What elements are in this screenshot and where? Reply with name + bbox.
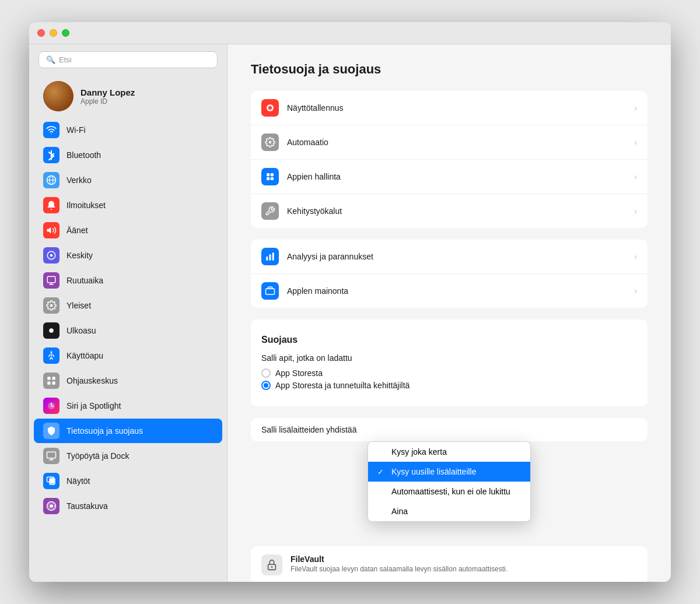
filevault-info: FileVault FileVault suojaa levyn datan s… bbox=[290, 554, 508, 575]
svg-point-5 bbox=[49, 328, 54, 333]
chevron-icon: › bbox=[634, 286, 637, 296]
close-button[interactable] bbox=[37, 29, 45, 37]
row-kehitystyokalut[interactable]: Kehitystyökalut › bbox=[251, 194, 648, 228]
radio-option-1[interactable]: App Storesta bbox=[261, 368, 637, 378]
sidebar-item-naytot[interactable]: Näytöt bbox=[34, 469, 222, 493]
focus-icon bbox=[43, 247, 60, 264]
sidebar-item-label: Ilmoitukset bbox=[66, 201, 106, 210]
row-label: Näyttötallennus bbox=[287, 103, 634, 113]
dropdown-item-label-3: Aina bbox=[391, 507, 408, 516]
user-profile[interactable]: Danny Lopez Apple ID bbox=[34, 75, 222, 117]
row-label: Automaatio bbox=[287, 138, 634, 147]
row-automaatio[interactable]: Automaatio › bbox=[251, 125, 648, 160]
sidebar-item-ulkoasu[interactable]: Ulkoasu bbox=[34, 318, 222, 343]
sidebar-item-verkko[interactable]: Verkko bbox=[34, 168, 222, 192]
main-content: Tietosuoja ja suojaus Näyttötallennus › … bbox=[228, 44, 671, 582]
row-appien-hallinta[interactable]: Appien hallinta › bbox=[251, 160, 648, 194]
content-area: 🔍 Etsi Danny Lopez Apple ID Wi-F bbox=[29, 44, 671, 582]
svg-point-20 bbox=[268, 106, 272, 110]
search-container: 🔍 Etsi bbox=[29, 44, 227, 75]
analyysi-icon bbox=[261, 248, 279, 265]
sidebar-item-label: Taustakuva bbox=[66, 501, 108, 511]
sidebar-item-ohjauskeskus[interactable]: Ohjauskeskus bbox=[34, 368, 222, 393]
bluetooth-icon bbox=[43, 147, 60, 163]
radio-circle-2[interactable] bbox=[261, 381, 271, 390]
control-icon bbox=[43, 373, 60, 389]
kehitystyokalut-icon bbox=[261, 202, 279, 220]
chevron-icon: › bbox=[634, 206, 637, 216]
dropdown-item-label-2: Automaattisesti, kun ei ole lukittu bbox=[391, 487, 510, 496]
appearance-icon bbox=[43, 322, 60, 339]
sidebar-item-label: Käyttöapu bbox=[66, 351, 103, 360]
radio-circle-1[interactable] bbox=[261, 368, 271, 378]
minimize-button[interactable] bbox=[50, 29, 57, 37]
row-analyysi[interactable]: Analyysi ja parannukset › bbox=[251, 240, 648, 274]
sidebar-item-ilmoitukset[interactable]: Ilmoitukset bbox=[34, 193, 222, 217]
settings-section-1: Näyttötallennus › Automaatio › Appien ha… bbox=[251, 91, 648, 228]
row-apple-mainonta[interactable]: Applen mainonta › bbox=[251, 274, 648, 308]
filevault-icon bbox=[261, 554, 282, 575]
svg-rect-23 bbox=[271, 173, 274, 176]
sidebar-item-tyopoyta[interactable]: Työpöytä ja Dock bbox=[34, 444, 222, 468]
row-nayttotallennus[interactable]: Näyttötallennus › bbox=[251, 91, 648, 125]
radio-text-2: App Storesta ja tunnetuilta kehittäjiltä bbox=[275, 381, 410, 390]
svg-point-30 bbox=[271, 566, 273, 568]
sidebar-item-yleiset[interactable]: Yleiset bbox=[34, 293, 222, 318]
dropdown-item-1[interactable]: ✓ Kysy uusille lisälaitteille bbox=[368, 462, 530, 482]
salli-lisalaitteet-row[interactable]: Salli lisälaitteiden yhdistää bbox=[251, 418, 648, 441]
sidebar-item-label: Näytöt bbox=[66, 476, 90, 486]
radio-text-1: App Storesta bbox=[275, 368, 323, 378]
user-subtitle: Apple ID bbox=[80, 97, 135, 106]
suojaus-title: Suojaus bbox=[261, 335, 637, 345]
sidebar-item-label: Ulkoasu bbox=[66, 326, 96, 335]
sidebar-item-wifi[interactable]: Wi-Fi bbox=[34, 118, 222, 142]
search-placeholder: Etsi bbox=[59, 55, 72, 64]
svg-rect-28 bbox=[272, 252, 274, 261]
page-title: Tietosuoja ja suojaus bbox=[251, 62, 648, 77]
svg-point-21 bbox=[269, 141, 272, 144]
row-label: Appien hallinta bbox=[287, 172, 634, 181]
sidebar-item-label: Siri ja Spotlight bbox=[66, 401, 121, 410]
chevron-icon: › bbox=[634, 172, 637, 181]
sidebar-item-label: Työpöytä ja Dock bbox=[66, 451, 129, 461]
sidebar-item-bluetooth[interactable]: Bluetooth bbox=[34, 143, 222, 167]
radio-group: App Storesta App Storesta ja tunnetuilta… bbox=[261, 368, 637, 390]
sidebar-item-siri[interactable]: Siri ja Spotlight bbox=[34, 394, 222, 418]
dropdown-item-3[interactable]: Aina bbox=[368, 501, 530, 521]
dropdown-item-0[interactable]: Kysy joka kerta bbox=[368, 442, 530, 462]
nayttotallennus-icon bbox=[261, 99, 279, 117]
svg-rect-9 bbox=[47, 382, 50, 385]
avatar bbox=[43, 81, 74, 111]
sidebar-item-ruutuaika[interactable]: Ruutuaika bbox=[34, 268, 222, 293]
svg-rect-25 bbox=[271, 177, 274, 180]
lisalaitteet-label: Salli lisälaitteiden yhdistää bbox=[261, 425, 356, 434]
network-icon bbox=[43, 172, 60, 188]
sidebar-item-label: Ohjauskeskus bbox=[66, 376, 118, 385]
chevron-icon: › bbox=[634, 252, 637, 261]
sidebar: 🔍 Etsi Danny Lopez Apple ID Wi-F bbox=[29, 44, 228, 582]
general-icon bbox=[43, 297, 60, 314]
checkmark-1: ✓ bbox=[377, 468, 387, 476]
sidebar-item-keskity[interactable]: Keskity bbox=[34, 243, 222, 268]
row-label: Kehitystyökalut bbox=[287, 206, 634, 216]
sidebar-item-label: Tietosuoja ja suojaus bbox=[66, 426, 143, 436]
search-box[interactable]: 🔍 Etsi bbox=[38, 51, 218, 68]
filevault-title: FileVault bbox=[290, 554, 508, 564]
dropdown-item-2[interactable]: Automaattisesti, kun ei ole lukittu bbox=[368, 482, 530, 501]
svg-point-17 bbox=[50, 504, 53, 508]
sidebar-item-taustakuva[interactable]: Taustakuva bbox=[34, 494, 222, 518]
suojaus-section: Suojaus Salli apit, jotka on ladattu App… bbox=[251, 319, 648, 406]
row-label: Analyysi ja parannukset bbox=[287, 252, 634, 261]
fullscreen-button[interactable] bbox=[62, 29, 69, 37]
main-window: 🔍 Etsi Danny Lopez Apple ID Wi-F bbox=[29, 22, 671, 582]
sidebar-item-tietosuoja[interactable]: Tietosuoja ja suojaus bbox=[34, 419, 222, 443]
displays-icon bbox=[43, 473, 60, 489]
sidebar-item-aanet[interactable]: Äänet bbox=[34, 218, 222, 243]
radio-option-2[interactable]: App Storesta ja tunnetuilta kehittäjiltä bbox=[261, 381, 637, 390]
siri-icon bbox=[43, 398, 60, 414]
svg-rect-15 bbox=[50, 479, 55, 483]
sidebar-item-kayttoapu[interactable]: Käyttöapu bbox=[34, 343, 222, 368]
svg-rect-27 bbox=[270, 254, 271, 261]
sidebar-item-label: Verkko bbox=[66, 175, 92, 185]
privacy-icon bbox=[43, 423, 60, 439]
